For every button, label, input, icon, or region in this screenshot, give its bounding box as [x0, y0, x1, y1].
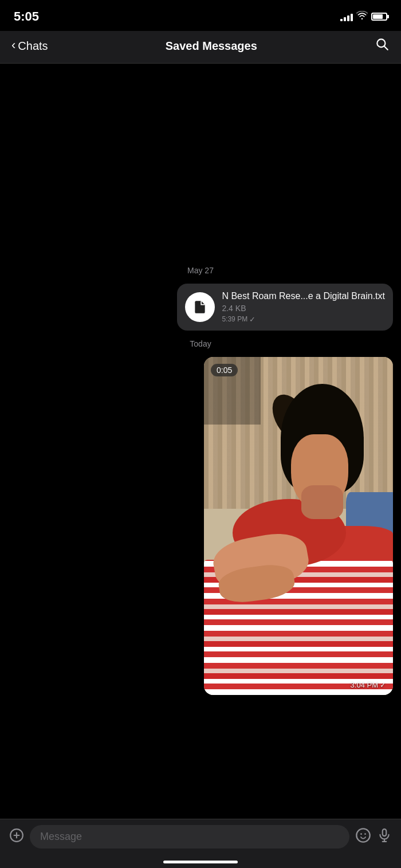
sticker-button[interactable]	[355, 827, 371, 847]
back-button[interactable]: ‹ Chats	[11, 39, 48, 53]
video-thumbnail	[204, 357, 393, 695]
file-size: 2.4 KB	[222, 304, 385, 313]
svg-point-2	[356, 828, 369, 842]
nav-bar: ‹ Chats Saved Messages	[0, 31, 401, 64]
attach-button[interactable]	[9, 828, 24, 846]
file-info: N Best Roam Rese...e a Digital Brain.txt…	[222, 290, 385, 324]
file-bubble[interactable]: N Best Roam Rese...e a Digital Brain.txt…	[177, 284, 393, 331]
battery-icon	[371, 13, 387, 21]
wifi-icon	[356, 11, 368, 22]
date-separator-may27: May 27	[0, 265, 401, 276]
status-time: 5:05	[14, 9, 39, 24]
video-message-container: 0:05 3:04 PM ✓	[0, 357, 401, 695]
signal-icon	[340, 12, 353, 21]
chevron-left-icon: ‹	[11, 38, 15, 53]
video-duration-badge: 0:05	[211, 364, 238, 376]
video-delivered-checkmark: ✓	[380, 681, 386, 689]
page-title: Saved Messages	[166, 40, 257, 53]
empty-space	[0, 64, 401, 258]
status-icons	[340, 11, 387, 22]
date-separator-today: Today	[0, 339, 401, 349]
message-input[interactable]: Message	[30, 825, 349, 849]
svg-point-3	[360, 833, 362, 835]
delivered-checkmark: ✓	[249, 315, 255, 324]
file-icon	[185, 292, 215, 322]
chat-area: May 27 N Best Roam Rese...e a Digital Br…	[0, 64, 401, 791]
file-message-container: N Best Roam Rese...e a Digital Brain.txt…	[0, 284, 401, 331]
search-button[interactable]	[375, 37, 390, 55]
home-indicator	[163, 861, 238, 863]
svg-rect-5	[383, 829, 387, 836]
mic-button[interactable]	[377, 828, 392, 846]
status-bar: 5:05	[0, 0, 401, 31]
back-label: Chats	[18, 40, 48, 53]
message-placeholder: Message	[40, 831, 82, 843]
file-message-time: 5:39 PM ✓	[222, 315, 385, 324]
file-name: N Best Roam Rese...e a Digital Brain.txt	[222, 290, 385, 303]
video-message-time: 3:04 PM ✓	[351, 681, 386, 689]
svg-point-4	[364, 833, 366, 835]
video-bubble[interactable]: 0:05 3:04 PM ✓	[204, 357, 393, 695]
